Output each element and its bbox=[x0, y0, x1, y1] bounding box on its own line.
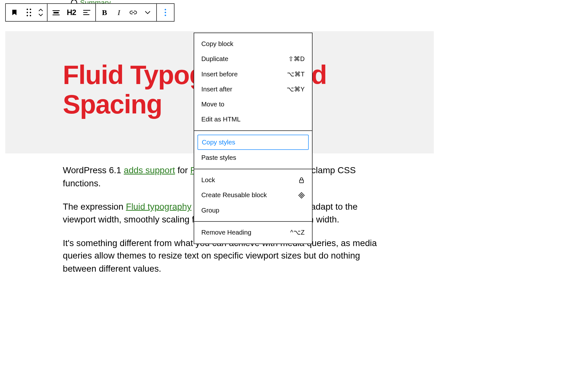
block-type-button[interactable] bbox=[7, 4, 22, 21]
chevron-up-icon bbox=[38, 8, 43, 12]
menu-paste-styles[interactable]: Paste styles bbox=[194, 150, 312, 165]
more-format-button[interactable] bbox=[141, 4, 155, 21]
link-button[interactable] bbox=[126, 4, 141, 21]
menu-lock[interactable]: Lock bbox=[194, 173, 312, 188]
menu-copy-block[interactable]: Copy block bbox=[194, 36, 312, 51]
menu-create-reusable[interactable]: Create Reusable block bbox=[194, 188, 312, 203]
bold-button[interactable]: B bbox=[97, 4, 112, 21]
align-icon bbox=[52, 10, 60, 15]
more-options-button[interactable] bbox=[158, 4, 173, 21]
toolbar-group-more bbox=[157, 4, 174, 21]
menu-remove-heading[interactable]: Remove Heading ^⌥Z bbox=[194, 225, 312, 240]
heading-level-button[interactable]: H2 bbox=[63, 4, 80, 21]
reusable-icon bbox=[298, 192, 305, 198]
menu-section-3: Lock Create Reusable block Group bbox=[194, 169, 312, 222]
move-up-down[interactable] bbox=[36, 4, 46, 21]
menu-duplicate[interactable]: Duplicate ⇧⌘D bbox=[194, 51, 312, 66]
menu-section-4: Remove Heading ^⌥Z bbox=[194, 222, 312, 244]
menu-move-to[interactable]: Move to bbox=[194, 97, 312, 112]
chevron-down-icon bbox=[145, 11, 151, 14]
text-align-button[interactable] bbox=[80, 4, 94, 21]
link-icon bbox=[129, 10, 137, 15]
link-fluid-typography-2[interactable]: Fluid typography bbox=[126, 202, 191, 212]
text-align-left-icon bbox=[83, 10, 90, 15]
align-button[interactable] bbox=[49, 4, 63, 21]
toolbar-group-format: B I bbox=[96, 4, 157, 21]
menu-edit-html[interactable]: Edit as HTML bbox=[194, 112, 312, 127]
bookmark-icon bbox=[11, 9, 18, 16]
menu-group[interactable]: Group bbox=[194, 203, 312, 218]
grip-icon bbox=[27, 9, 31, 16]
block-toolbar: H2 B I bbox=[5, 4, 175, 22]
menu-insert-after[interactable]: Insert after ⌥⌘Y bbox=[194, 82, 312, 97]
menu-section-1: Copy block Duplicate ⇧⌘D Insert before ⌥… bbox=[194, 33, 312, 131]
menu-insert-before[interactable]: Insert before ⌥⌘T bbox=[194, 67, 312, 82]
toolbar-group-heading: H2 bbox=[48, 4, 96, 21]
kebab-icon bbox=[165, 9, 166, 16]
menu-copy-styles[interactable]: Copy styles bbox=[197, 135, 309, 150]
block-options-menu: Copy block Duplicate ⇧⌘D Insert before ⌥… bbox=[194, 33, 313, 244]
link-adds-support[interactable]: adds support bbox=[124, 166, 175, 175]
svg-rect-6 bbox=[299, 180, 303, 183]
menu-section-2: Copy styles Paste styles bbox=[194, 131, 312, 169]
italic-button[interactable]: I bbox=[112, 4, 126, 21]
toolbar-group-block bbox=[6, 4, 48, 21]
lock-icon bbox=[298, 177, 305, 183]
drag-handle[interactable] bbox=[22, 4, 36, 21]
chevron-down-icon bbox=[38, 13, 43, 17]
